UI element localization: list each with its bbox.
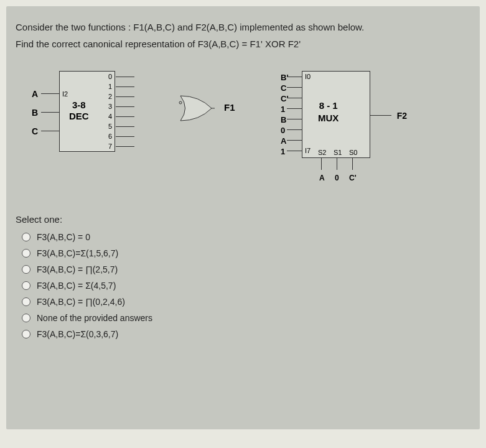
option-f[interactable]: None of the provided answers <box>22 313 470 323</box>
decoder-label: 3-8 DEC <box>69 100 89 122</box>
f1-output-label: F1 <box>224 102 235 113</box>
radio-icon[interactable] <box>22 265 30 274</box>
decoder-label-bot: DEC <box>69 111 89 121</box>
mux-in-0: B' <box>281 73 288 82</box>
mux-in-7: 1 <box>281 147 285 156</box>
option-c-text: F3(A,B,C) = ∏(2,5,7) <box>37 264 118 274</box>
option-d[interactable]: F3(A,B,C) = Σ(4,5,7) <box>22 281 470 291</box>
radio-icon[interactable] <box>22 281 30 290</box>
question-line-1: Consider the two functions : F1(A,B,C) a… <box>16 19 470 35</box>
dec-out-3: 3 <box>108 103 112 110</box>
radio-icon[interactable] <box>22 297 30 306</box>
select-one-label: Select one: <box>16 214 470 225</box>
radio-icon[interactable] <box>22 330 30 338</box>
option-d-text: F3(A,B,C) = Σ(4,5,7) <box>37 281 116 291</box>
decoder-input-i2: I2 <box>62 90 68 98</box>
option-a-text: F3(A,B,C) = 0 <box>37 232 90 242</box>
mux-sel-s1: S1 <box>334 149 342 156</box>
option-b-text: F3(A,B,C)=Σ(1,5,6,7) <box>37 248 118 258</box>
option-f-text: None of the provided answers <box>37 313 152 323</box>
dec-out-6: 6 <box>108 133 112 140</box>
mux-i7-label: I7 <box>305 147 311 154</box>
decoder-input-c: C <box>32 126 38 136</box>
decoder-input-b: B <box>32 108 38 118</box>
dec-out-7: 7 <box>108 142 112 150</box>
option-g[interactable]: F3(A,B,C)=Σ(0,3,6,7) <box>22 329 470 339</box>
dec-out-0: 0 <box>108 73 112 80</box>
dec-out-1: 1 <box>108 83 112 90</box>
mux-selval-a: A <box>319 174 325 182</box>
mux-block: 8 - 1 MUX I0 B' C C' 1 B 0 A 1 I7 F2 S2 <box>302 71 370 158</box>
mux-label-top: 8 - 1 <box>319 100 338 111</box>
radio-icon[interactable] <box>22 314 30 322</box>
radio-icon[interactable] <box>22 233 30 241</box>
dec-out-5: 5 <box>108 123 112 130</box>
mux-in-3: 1 <box>281 105 285 114</box>
options-list: F3(A,B,C) = 0 F3(A,B,C)=Σ(1,5,6,7) F3(A,… <box>16 232 470 339</box>
decoder-block: 3-8 DEC A I2 B C 0 1 2 3 4 5 6 7 <box>59 71 115 152</box>
option-a[interactable]: F3(A,B,C) = 0 <box>22 232 470 242</box>
circuit-diagram: 3-8 DEC A I2 B C 0 1 2 3 4 5 6 7 <box>16 65 470 189</box>
svg-point-0 <box>179 101 182 104</box>
question-prompt: Consider the two functions : F1(A,B,C) a… <box>16 19 470 52</box>
mux-sel-s0: S0 <box>349 149 357 156</box>
option-b[interactable]: F3(A,B,C)=Σ(1,5,6,7) <box>22 248 470 258</box>
mux-in-2: C' <box>281 94 288 103</box>
mux-in-6: A <box>281 136 286 146</box>
question-page: Consider the two functions : F1(A,B,C) a… <box>6 6 480 429</box>
mux-selval-0: 0 <box>335 174 339 182</box>
mux-label-bot: MUX <box>318 113 339 123</box>
decoder-label-top: 3-8 <box>72 100 86 110</box>
mux-output-f2: F2 <box>397 111 407 121</box>
option-g-text: F3(A,B,C)=Σ(0,3,6,7) <box>37 329 118 339</box>
mux-label: 8 - 1 MUX <box>318 100 339 124</box>
mux-sel-s2: S2 <box>318 149 326 156</box>
mux-in-1: C <box>281 83 286 93</box>
dec-out-2: 2 <box>108 93 112 100</box>
option-e[interactable]: F3(A,B,C) = ∏(0,2,4,6) <box>22 297 470 307</box>
dec-out-4: 4 <box>108 113 112 120</box>
or-gate-icon <box>177 93 215 124</box>
mux-i0-label: I0 <box>305 73 311 80</box>
radio-icon[interactable] <box>22 249 30 258</box>
mux-in-5: 0 <box>281 126 285 135</box>
option-c[interactable]: F3(A,B,C) = ∏(2,5,7) <box>22 264 470 274</box>
option-e-text: F3(A,B,C) = ∏(0,2,4,6) <box>37 297 125 307</box>
decoder-input-a: A <box>32 89 38 99</box>
mux-in-4: B <box>281 115 286 124</box>
question-line-2: Find the correct canonical representatio… <box>16 35 470 52</box>
mux-selval-cprime: C' <box>349 174 357 182</box>
